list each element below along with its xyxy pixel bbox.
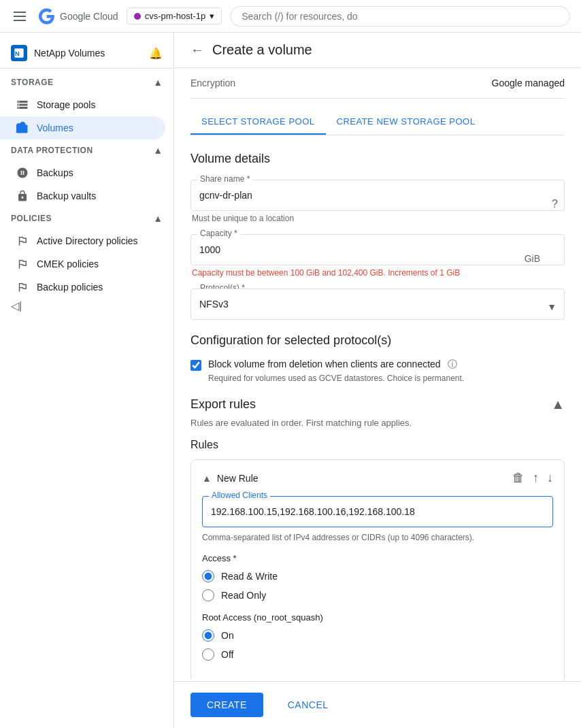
share-name-help-icon[interactable]: ? (552, 198, 558, 210)
root-access-off-label: Off (221, 649, 233, 660)
root-access-label: Root Access (no_root_squash) (202, 612, 553, 623)
capacity-label: Capacity (197, 229, 240, 238)
project-dot-icon (134, 13, 141, 20)
volume-details-title: Volume details (190, 152, 565, 166)
export-rules-title: Export rules (190, 397, 256, 412)
read-only-radio[interactable] (202, 589, 214, 601)
block-deletion-row: Block volume from deletion when clients … (190, 359, 565, 371)
chevron-down-icon: ▾ (210, 11, 214, 21)
sidebar-backup-policies-label: Backup policies (37, 282, 103, 293)
data-protection-section-header[interactable]: Data protection ▲ (0, 139, 173, 161)
allowed-clients-input[interactable] (202, 496, 553, 527)
sidebar-item-storage-pools[interactable]: Storage pools (0, 93, 165, 116)
rules-label: Rules (190, 439, 565, 451)
sidebar-item-backups[interactable]: Backups (0, 161, 165, 184)
rule-card-actions: 🗑 ↑ ↓ (512, 471, 553, 485)
rule-card-title: ▲ New Rule (202, 473, 259, 484)
sidebar-item-active-directory[interactable]: Active Directory policies (0, 229, 165, 252)
notification-icon[interactable]: 🔔 (149, 47, 163, 60)
protocol-field: Protocol(s) NFSv3 NFSv4 SMB ▼ (190, 288, 565, 320)
storage-section-header[interactable]: Storage ▲ (0, 71, 173, 93)
root-access-off-row: Off (202, 648, 553, 661)
block-deletion-info-icon[interactable]: ⓘ (448, 359, 457, 371)
share-name-label: Share name (197, 174, 252, 184)
share-name-input[interactable] (190, 180, 565, 211)
allowed-clients-label: Allowed Clients (209, 491, 270, 500)
read-only-label: Read Only (221, 590, 266, 601)
sidebar-item-cmek[interactable]: CMEK policies (0, 252, 165, 276)
storage-chevron-icon: ▲ (153, 77, 163, 88)
policies-chevron-icon: ▲ (153, 213, 163, 224)
backup-vaults-icon (16, 190, 29, 202)
content-area: ← Create a volume Encryption Google mana… (174, 33, 581, 728)
project-selector[interactable]: cvs-pm-host-1p ▾ (127, 7, 222, 24)
data-protection-chevron-icon: ▲ (153, 145, 163, 156)
backups-icon (16, 167, 29, 179)
data-protection-label: Data protection (11, 146, 93, 155)
move-down-icon[interactable]: ↓ (547, 471, 553, 485)
app-title: NetApp Volumes (34, 48, 105, 59)
create-new-storage-pool-tab[interactable]: CREATE NEW STORAGE POOL (326, 110, 486, 135)
sidebar-item-volumes[interactable]: Volumes (0, 116, 165, 139)
select-storage-pool-tab[interactable]: SELECT STORAGE POOL (190, 110, 326, 135)
encryption-row: Encryption Google managed (190, 68, 565, 99)
block-deletion-checkbox[interactable] (190, 360, 201, 371)
volumes-icon (16, 122, 29, 134)
export-rules-header: Export rules ▲ (190, 397, 565, 412)
cmek-icon (16, 258, 29, 270)
root-access-on-radio[interactable] (202, 629, 214, 642)
create-button[interactable]: CREATE (190, 693, 263, 717)
backup-policies-icon (16, 281, 29, 293)
new-rule-card: ▲ New Rule 🗑 ↑ ↓ Allowed Clients Comma-s… (190, 459, 565, 681)
capacity-input[interactable] (190, 234, 565, 265)
configuration-section: Configuration for selected protocol(s) B… (190, 333, 565, 383)
topbar: Google Cloud cvs-pm-host-1p ▾ (0, 0, 581, 33)
project-name: cvs-pm-host-1p (145, 11, 206, 21)
pool-tabs: SELECT STORAGE POOL CREATE NEW STORAGE P… (190, 110, 565, 135)
sidebar-storage-pools-label: Storage pools (37, 99, 95, 110)
sidebar-ad-label: Active Directory policies (37, 235, 138, 246)
allowed-clients-field: Allowed Clients (202, 496, 553, 527)
root-access-radio-group: On Off (202, 629, 553, 661)
allowed-clients-hint: Comma-separated list of IPv4 addresses o… (202, 533, 553, 542)
hamburger-menu-icon[interactable] (11, 9, 29, 24)
access-radio-group: Read & Write Read Only (202, 570, 553, 601)
export-rules-expand-icon[interactable]: ▲ (551, 397, 565, 412)
search-input[interactable] (230, 6, 570, 27)
move-up-icon[interactable]: ↑ (533, 471, 539, 485)
back-button[interactable]: ← (190, 42, 204, 58)
cancel-button[interactable]: CANCEL (271, 693, 345, 717)
rule-collapse-icon[interactable]: ▲ (202, 473, 212, 484)
policies-label: Policies (11, 214, 52, 223)
sidebar: N NetApp Volumes 🔔 Storage ▲ Storage poo… (0, 33, 174, 728)
logo-text: Google Cloud (60, 11, 118, 22)
root-access-off-radio[interactable] (202, 648, 214, 661)
new-rule-label: New Rule (217, 473, 259, 484)
sidebar-app-header: N NetApp Volumes 🔔 (0, 38, 173, 69)
capacity-field: Capacity GiB Capacity must be between 10… (190, 234, 565, 278)
block-deletion-hint: Required for volumes used as GCVE datast… (190, 374, 565, 383)
read-write-row: Read & Write (202, 570, 553, 582)
delete-rule-icon[interactable]: 🗑 (512, 471, 525, 485)
page-title: Create a volume (212, 42, 312, 58)
footer-bar: CREATE CANCEL (174, 681, 581, 728)
protocol-select[interactable]: NFSv3 NFSv4 SMB (190, 288, 565, 320)
config-title: Configuration for selected protocol(s) (190, 333, 565, 348)
content-body: Encryption Google managed SELECT STORAGE… (174, 68, 581, 681)
sidebar-item-backup-policies[interactable]: Backup policies (0, 276, 165, 299)
netapp-icon: N (11, 45, 27, 61)
content-header: ← Create a volume (174, 33, 581, 68)
capacity-hint: Capacity must be between 100 GiB and 102… (190, 268, 565, 278)
block-deletion-label: Block volume from deletion when clients … (208, 359, 441, 369)
policies-section-header[interactable]: Policies ▲ (0, 208, 173, 229)
collapse-sidebar-icon[interactable]: ◁| (11, 299, 22, 312)
svg-text:N: N (15, 50, 20, 57)
access-section-label: Access * (202, 553, 553, 563)
encryption-label: Encryption (190, 78, 235, 88)
read-write-radio[interactable] (202, 570, 214, 582)
encryption-value: Google managed (492, 78, 565, 88)
sidebar-item-backup-vaults[interactable]: Backup vaults (0, 184, 165, 208)
active-directory-icon (16, 235, 29, 247)
sidebar-volumes-label: Volumes (37, 122, 73, 133)
read-write-label: Read & Write (221, 571, 278, 582)
